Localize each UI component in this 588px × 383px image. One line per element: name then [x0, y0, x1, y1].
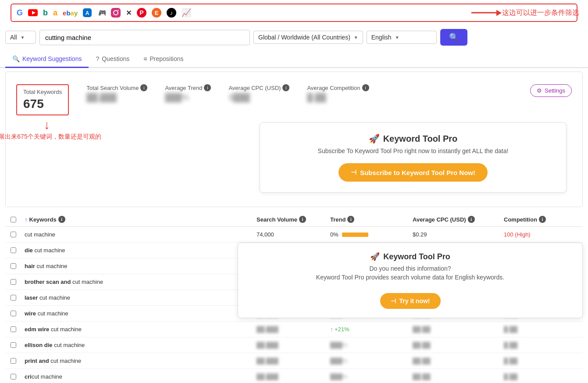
- trend-info-icon[interactable]: i: [347, 216, 354, 223]
- tab-questions-label: Questions: [102, 55, 129, 62]
- trending-icon[interactable]: 📈: [182, 8, 191, 18]
- tab-questions[interactable]: ? Questions: [89, 51, 136, 68]
- pro2-rocket-icon: 🚀: [370, 252, 380, 261]
- location-label: Global / Worldwide (All Countries): [258, 34, 350, 41]
- subscribe-button[interactable]: ⊣ Subscribe to Keyword Tool Pro Now!: [339, 163, 488, 182]
- trend-bar-visual: [342, 233, 368, 237]
- average-cpc-block: Average CPC (USD) i $███: [228, 84, 289, 102]
- table-row: edm wire cut machine ██,███ ↑ +21% ██.██…: [5, 322, 583, 337]
- svg-text:♪: ♪: [170, 10, 173, 16]
- competition-info-icon[interactable]: i: [539, 216, 546, 223]
- header-keyword-label: Keywords: [29, 216, 57, 223]
- volume-info-icon[interactable]: i: [299, 216, 306, 223]
- svg-rect-5: [111, 8, 121, 18]
- row-volume: ██,███: [257, 326, 327, 333]
- average-competition-value: █.██: [307, 93, 369, 102]
- youtube-icon[interactable]: [28, 9, 38, 16]
- cpc-info-icon[interactable]: i: [468, 216, 475, 223]
- settings-button[interactable]: ⚙ Settings: [530, 84, 572, 97]
- row-checkbox[interactable]: [11, 342, 16, 348]
- row-checkbox[interactable]: [11, 295, 16, 301]
- header-competition: Competition i: [504, 216, 583, 223]
- pro-popup-subtitle: Subscribe To Keyword Tool Pro right now …: [271, 147, 556, 154]
- x-twitter-icon[interactable]: ✕: [126, 9, 132, 17]
- svg-text:E: E: [155, 10, 159, 16]
- row-competition: 100 (High): [504, 231, 583, 238]
- bing-icon[interactable]: b: [43, 8, 48, 18]
- row-checkbox[interactable]: [11, 232, 16, 237]
- settings-gear-icon: ⚙: [537, 87, 542, 94]
- row-checkbox[interactable]: [11, 311, 16, 316]
- pro-popup-2: 🚀 Keyword Tool Pro Do you need this info…: [238, 243, 583, 318]
- instagram-icon[interactable]: [111, 8, 121, 18]
- stats-section: Total Keywords 675 Total Search Volume i…: [5, 72, 583, 207]
- ebay-icon[interactable]: ebay: [63, 9, 78, 17]
- total-keywords-value: 675: [23, 97, 62, 111]
- try-icon: ⊣: [391, 297, 396, 304]
- tab-questions-icon: ?: [96, 55, 99, 62]
- row-checkbox[interactable]: [11, 247, 16, 253]
- total-keywords-block: Total Keywords 675: [16, 84, 69, 115]
- amazon-icon[interactable]: a: [53, 8, 57, 18]
- down-arrow-icon: ↓: [44, 119, 50, 131]
- row-checkbox[interactable]: [11, 263, 16, 269]
- average-trend-info-icon[interactable]: i: [204, 84, 211, 91]
- tab-prepositions[interactable]: ≡ Prepositions: [136, 51, 190, 68]
- tab-suggestions-icon: 🔍: [12, 55, 20, 62]
- search-row: All ▼ Global / Worldwide (All Countries)…: [0, 25, 588, 49]
- try-it-now-button[interactable]: ⊣ Try it now!: [380, 293, 441, 309]
- language-dropdown[interactable]: English ▼: [367, 31, 437, 44]
- row-volume: ██,███: [257, 358, 327, 364]
- tabs-row: 🔍 Keyword Suggestions ? Questions ≡ Prep…: [0, 51, 588, 68]
- stats-row: Total Keywords 675 Total Search Volume i…: [11, 77, 577, 119]
- row-cpc: $0.29: [413, 231, 500, 238]
- search-input-wrapper: [39, 30, 250, 45]
- search-input[interactable]: [39, 30, 250, 45]
- average-cpc-info-icon[interactable]: i: [282, 84, 289, 91]
- pro-popup-title: 🚀 Keyword Tool Pro: [271, 133, 556, 144]
- svg-text:A: A: [86, 10, 89, 16]
- row-keyword: cricut machine: [25, 373, 253, 380]
- subscribe-label: Subscribe to Keyword Tool Pro Now!: [360, 169, 475, 176]
- annotation-arrow-group: ↓ 拓展出来675个关键词，数量还是可观的: [16, 119, 78, 141]
- google-icon[interactable]: G: [17, 8, 23, 18]
- etsy-icon[interactable]: E: [152, 8, 161, 18]
- row-competition: █.██: [504, 326, 583, 333]
- table-row: cricut machine ██,███ ███% ██.██ █.██: [5, 369, 583, 383]
- tab-keyword-suggestions[interactable]: 🔍 Keyword Suggestions: [5, 51, 89, 68]
- tab-prepositions-icon: ≡: [143, 55, 147, 62]
- svg-text:🎮: 🎮: [98, 9, 106, 17]
- keyword-info-icon[interactable]: i: [58, 216, 65, 223]
- total-search-volume-info-icon[interactable]: i: [140, 84, 147, 91]
- row-cpc: ██.██: [413, 358, 500, 364]
- row-checkbox[interactable]: [11, 358, 16, 364]
- average-trend-value: ███%: [165, 93, 211, 102]
- average-competition-info-icon[interactable]: i: [362, 84, 369, 91]
- pro-popup2-line2: Keyword Tool Pro provides search volume …: [249, 274, 572, 281]
- filter-dropdown[interactable]: All ▼: [5, 31, 36, 44]
- select-all-checkbox[interactable]: [11, 217, 16, 222]
- trend-value: 0%: [330, 231, 339, 238]
- pinterest-icon[interactable]: P: [137, 8, 146, 18]
- row-checkbox[interactable]: [11, 326, 16, 332]
- search-button[interactable]: 🔍: [440, 29, 467, 46]
- playstore-icon[interactable]: 🎮: [97, 8, 106, 17]
- appstore-icon[interactable]: A: [83, 8, 92, 17]
- row-trend: 0%: [330, 231, 409, 238]
- row-checkbox[interactable]: [11, 374, 16, 379]
- language-chevron-icon: ▼: [395, 35, 399, 40]
- row-keyword: print and cut machine: [25, 358, 253, 364]
- keywords-table: ↑ Keywords i Search Volume i Trend i Ave…: [5, 212, 583, 383]
- location-dropdown[interactable]: Global / Worldwide (All Countries) ▼: [253, 31, 363, 44]
- row-keyword: hair cut machine: [25, 263, 253, 269]
- header-trend-label: Trend: [330, 216, 346, 223]
- header-volume-label: Search Volume: [257, 216, 297, 223]
- table-header: ↑ Keywords i Search Volume i Trend i Ave…: [5, 212, 583, 227]
- total-search-volume-label: Total Search Volume i: [86, 84, 147, 91]
- row-checkbox[interactable]: [11, 279, 16, 285]
- row-trend: ███%: [330, 342, 409, 348]
- sort-icon: ↑: [25, 216, 28, 223]
- pro-popup2-line1: Do you need this information?: [249, 265, 572, 272]
- tiktok-icon[interactable]: ♪: [167, 8, 176, 18]
- header-cpc: Average CPC (USD) i: [413, 216, 500, 223]
